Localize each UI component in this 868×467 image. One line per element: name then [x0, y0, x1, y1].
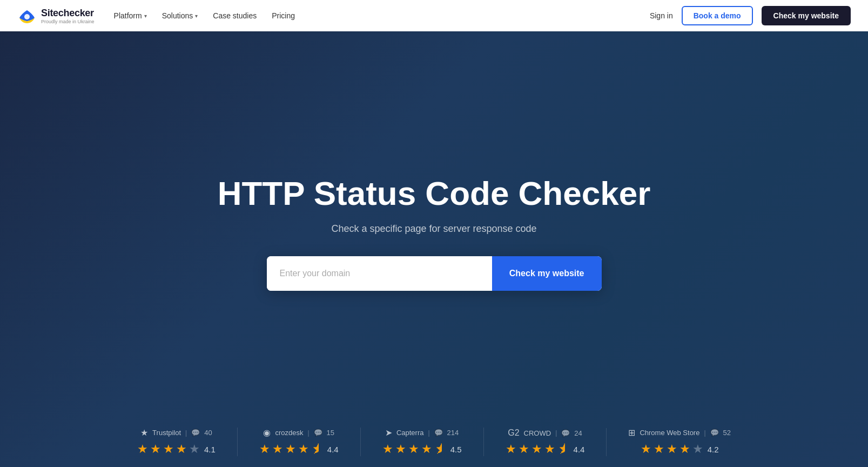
navbar-right: Sign in Book a demo Check my website — [650, 6, 851, 25]
signin-link[interactable]: Sign in — [650, 11, 673, 20]
chevron-down-icon: ▾ — [195, 13, 198, 19]
trustpilot-icon: ★ — [140, 428, 148, 438]
logo[interactable]: Sitechecker Proudly made in Ukraine — [17, 8, 95, 24]
trustpilot-count: 40 — [204, 429, 212, 437]
chrome-count: 52 — [723, 429, 731, 437]
capterra-icon: ➤ — [385, 428, 392, 438]
book-demo-button[interactable]: Book a demo — [682, 6, 753, 25]
search-bar: Check my website — [267, 256, 602, 291]
svg-point-0 — [24, 14, 30, 19]
domain-search-input[interactable] — [267, 256, 492, 291]
logo-subtitle: Proudly made in Ukraine — [41, 19, 95, 24]
nav-pricing[interactable]: Pricing — [272, 11, 295, 20]
check-website-button[interactable]: Check my website — [492, 256, 602, 291]
crozdesk-stars: ★ ★ ★ ★ ⯨ 4.4 — [259, 442, 339, 456]
chrome-stars: ★ ★ ★ ★ ★ 4.2 — [641, 442, 719, 456]
crozdesk-count: 15 — [327, 429, 334, 437]
comment-icon: 💬 — [434, 429, 443, 437]
rating-capterra: ➤ Capterra | 💬 214 ★ ★ ★ ★ ⯨ 4.5 — [361, 428, 484, 456]
g2crowd-label: CROWD — [524, 429, 551, 437]
comment-icon: 💬 — [191, 429, 200, 437]
rating-trustpilot: ★ Trustpilot | 💬 40 ★ ★ ★ ★ ★ 4.1 — [116, 428, 238, 456]
hero-subtitle: Check a specific page for server respons… — [331, 223, 536, 235]
rating-g2crowd: G2 CROWD | 💬 24 ★ ★ ★ ★ ⯨ 4.4 — [484, 428, 607, 456]
chrome-icon: ⊞ — [628, 428, 635, 438]
ratings-bar: ★ Trustpilot | 💬 40 ★ ★ ★ ★ ★ 4.1 ◉ croz… — [0, 428, 868, 467]
capterra-label: Capterra — [396, 429, 424, 437]
check-website-nav-button[interactable]: Check my website — [762, 6, 851, 25]
capterra-count: 214 — [447, 429, 459, 437]
hero-section: HTTP Status Code Checker Check a specifi… — [0, 0, 868, 467]
hero-title: HTTP Status Code Checker — [218, 175, 651, 212]
capterra-stars: ★ ★ ★ ★ ⯨ 4.5 — [382, 442, 462, 456]
hero-content: HTTP Status Code Checker Check a specifi… — [218, 31, 651, 467]
g2crowd-stars: ★ ★ ★ ★ ⯨ 4.4 — [506, 442, 585, 456]
logo-icon — [17, 8, 37, 23]
crozdesk-icon: ◉ — [263, 428, 271, 438]
trustpilot-stars: ★ ★ ★ ★ ★ 4.1 — [137, 442, 216, 456]
comment-icon: 💬 — [710, 429, 719, 437]
g2crowd-count: 24 — [574, 429, 582, 437]
nav-case-studies[interactable]: Case studies — [213, 11, 257, 20]
logo-name: Sitechecker — [41, 8, 95, 19]
nav-platform[interactable]: Platform ▾ — [114, 11, 147, 20]
navbar-left: Sitechecker Proudly made in Ukraine Plat… — [17, 8, 295, 24]
comment-icon: 💬 — [314, 429, 322, 437]
navbar: Sitechecker Proudly made in Ukraine Plat… — [0, 0, 868, 31]
g2crowd-icon: G2 — [508, 428, 519, 438]
nav-solutions[interactable]: Solutions ▾ — [162, 11, 198, 20]
nav-links: Platform ▾ Solutions ▾ Case studies Pric… — [114, 11, 295, 20]
rating-chrome: ⊞ Chrome Web Store | 💬 52 ★ ★ ★ ★ ★ 4.2 — [607, 428, 752, 456]
rating-crozdesk: ◉ crozdesk | 💬 15 ★ ★ ★ ★ ⯨ 4.4 — [238, 428, 361, 456]
comment-icon: 💬 — [561, 429, 570, 437]
chevron-down-icon: ▾ — [144, 13, 147, 19]
crozdesk-label: crozdesk — [275, 429, 303, 437]
logo-text: Sitechecker Proudly made in Ukraine — [41, 8, 95, 24]
trustpilot-label: Trustpilot — [152, 429, 181, 437]
chrome-label: Chrome Web Store — [640, 429, 699, 437]
